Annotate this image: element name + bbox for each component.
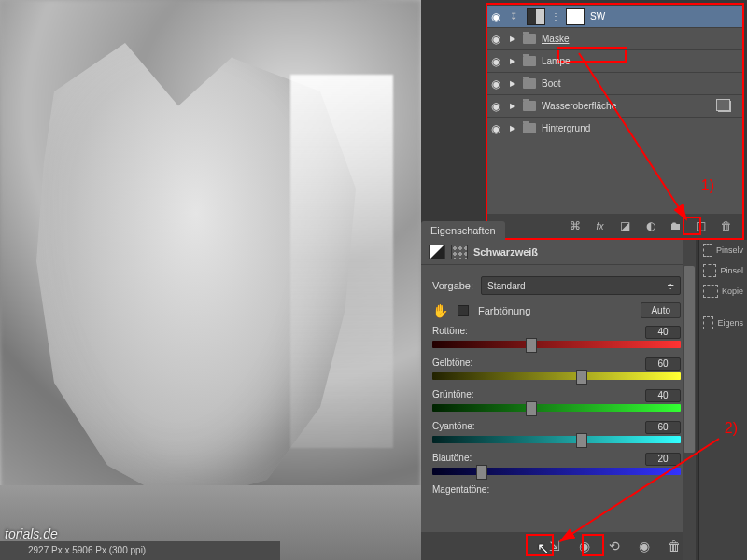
slider-green: Grüntöne: 40 bbox=[432, 389, 681, 412]
layers-footer: ⌘ fx ◪ ◐ 🖿 ◫ 🗑 bbox=[487, 214, 742, 238]
annotation-label: 1) bbox=[701, 177, 714, 194]
disclosure-icon[interactable]: ▶ bbox=[510, 35, 517, 43]
auto-button[interactable]: Auto bbox=[641, 302, 681, 318]
adjustment-thumb[interactable] bbox=[527, 8, 545, 25]
preset-label: Vorgabe: bbox=[432, 280, 473, 291]
slider-label: Grüntöne: bbox=[432, 389, 473, 402]
tint-label: Farbtönung bbox=[478, 305, 530, 316]
folder-icon bbox=[523, 78, 536, 89]
link-layers-icon[interactable]: ⌘ bbox=[568, 219, 582, 233]
mask-indicator-icon bbox=[451, 245, 468, 259]
visibility-icon[interactable]: ◉ bbox=[491, 122, 504, 135]
slider-track[interactable] bbox=[432, 341, 681, 348]
slider-red: Rottöne: 40 bbox=[432, 326, 681, 348]
view-previous-icon[interactable]: ◉ bbox=[576, 538, 593, 554]
watermark: torials.de bbox=[5, 526, 58, 541]
slider-label: Gelbtöne: bbox=[432, 357, 472, 371]
preset-dropdown[interactable]: Standard ≑ bbox=[481, 276, 681, 295]
layer-row-sw[interactable]: ◉ ↧ ⋮ SW bbox=[487, 5, 742, 27]
layer-row-maske[interactable]: ◉ ▶ Maske bbox=[487, 27, 742, 49]
document-canvas[interactable]: torials.de 2927 Px x 5906 Px (300 ppi) bbox=[0, 0, 421, 560]
disclosure-icon[interactable]: ▶ bbox=[510, 102, 517, 110]
clone-source-tab[interactable]: Kopie bbox=[699, 281, 747, 301]
properties-tab[interactable]: Eigenschaften bbox=[421, 221, 505, 240]
properties-header: Schwarzweiß bbox=[421, 240, 692, 265]
layer-name: Boot bbox=[542, 78, 561, 89]
layer-row-hintergrund[interactable]: ◉ ▶ Hintergrund bbox=[487, 117, 742, 139]
new-group-icon[interactable]: 🖿 bbox=[669, 219, 683, 233]
mask-thumb[interactable] bbox=[566, 8, 585, 25]
slider-track[interactable] bbox=[432, 436, 681, 443]
slider-value-input[interactable]: 60 bbox=[645, 421, 681, 434]
properties-panel: Schwarzweiß Vorgabe: Standard ≑ ✋ Farbtö… bbox=[421, 240, 692, 560]
brush-tab[interactable]: Pinsel bbox=[699, 260, 747, 281]
properties-tab-collapsed[interactable]: Eigens bbox=[699, 313, 747, 333]
targeted-adjust-icon[interactable]: ✋ bbox=[432, 303, 448, 318]
bw-adjustment-icon bbox=[429, 245, 445, 259]
add-mask-icon[interactable]: ◪ bbox=[618, 219, 632, 233]
slider-label: Cyantöne: bbox=[432, 421, 475, 434]
folder-icon bbox=[523, 101, 536, 111]
annotation-label: 2) bbox=[725, 420, 738, 437]
scrollbar-thumb[interactable] bbox=[684, 266, 695, 453]
slider-label: Rottöne: bbox=[432, 326, 468, 339]
slider-track[interactable] bbox=[432, 404, 681, 412]
layer-row-wasser[interactable]: ◉ ▶ Wasseroberfläche bbox=[487, 94, 742, 117]
disclosure-icon[interactable]: ▶ bbox=[510, 79, 517, 88]
collapsed-panels: Pinselv Pinsel Kopie Eigens bbox=[698, 240, 747, 560]
toggle-visibility-icon[interactable]: ◉ bbox=[636, 538, 653, 554]
layers-panel: ◉ ↧ ⋮ SW ◉ ▶ Maske ◉ ▶ Lampe ◉ ▶ Boot ◉ … bbox=[486, 3, 744, 240]
adjustment-layer-icon[interactable]: ◐ bbox=[643, 219, 657, 233]
slider-value-input[interactable]: 40 bbox=[645, 389, 681, 402]
disclosure-icon[interactable]: ▶ bbox=[510, 57, 517, 65]
slider-value-input[interactable]: 60 bbox=[645, 357, 681, 371]
tint-row: ✋ Farbtönung Auto bbox=[432, 302, 681, 318]
link-icon: ⋮ bbox=[551, 11, 560, 21]
disclosure-icon[interactable]: ▶ bbox=[510, 124, 517, 133]
visibility-icon[interactable]: ◉ bbox=[491, 33, 504, 46]
brush-presets-icon bbox=[703, 244, 712, 257]
visibility-icon[interactable]: ◉ bbox=[491, 77, 504, 91]
chevron-down-icon: ≑ bbox=[667, 281, 674, 291]
layer-fx-icon[interactable]: fx bbox=[593, 219, 607, 233]
linked-layers-icon[interactable] bbox=[718, 101, 731, 112]
visibility-icon[interactable]: ◉ bbox=[491, 100, 504, 113]
brush-presets-tab[interactable]: Pinselv bbox=[699, 240, 747, 260]
layer-row-lampe[interactable]: ◉ ▶ Lampe bbox=[487, 49, 742, 72]
clip-to-layer-icon[interactable]: ⇲ bbox=[546, 538, 563, 554]
delete-layer-icon[interactable]: 🗑 bbox=[719, 219, 733, 233]
slider-value-input[interactable]: 40 bbox=[645, 326, 681, 339]
reset-icon[interactable]: ⟲ bbox=[606, 538, 623, 554]
layer-name: Maske bbox=[542, 34, 569, 44]
slider-magenta: Magentatöne: bbox=[432, 484, 681, 495]
folder-icon bbox=[523, 34, 536, 44]
visibility-icon[interactable]: ◉ bbox=[491, 10, 504, 23]
slider-track[interactable] bbox=[432, 372, 681, 380]
folder-icon bbox=[523, 56, 536, 66]
properties-icon bbox=[703, 316, 713, 329]
slider-value-input[interactable]: 20 bbox=[645, 453, 681, 466]
new-layer-icon[interactable]: ◫ bbox=[694, 219, 708, 233]
slider-cyan: Cyantöne: 60 bbox=[432, 421, 681, 443]
layer-name: Wasseroberfläche bbox=[542, 101, 616, 111]
visibility-icon[interactable]: ◉ bbox=[491, 55, 504, 68]
brush-icon bbox=[703, 264, 716, 277]
folder-icon bbox=[523, 123, 536, 133]
slider-label: Magentatöne: bbox=[432, 484, 489, 495]
slider-track[interactable] bbox=[432, 468, 681, 475]
layer-name: Hintergrund bbox=[542, 123, 590, 133]
layer-row-boot[interactable]: ◉ ▶ Boot bbox=[487, 72, 742, 94]
properties-footer: ⇲ ◉ ⟲ ◉ 🗑 bbox=[421, 532, 692, 560]
properties-scrollbar[interactable] bbox=[683, 240, 696, 560]
status-bar: 2927 Px x 5906 Px (300 ppi) bbox=[0, 541, 280, 560]
preset-value: Standard bbox=[487, 281, 526, 291]
layer-name: SW bbox=[590, 11, 605, 21]
preset-row: Vorgabe: Standard ≑ bbox=[432, 276, 681, 295]
waterfall bbox=[290, 75, 393, 448]
slider-label: Blautöne: bbox=[432, 453, 472, 466]
layer-name: Lampe bbox=[542, 56, 571, 66]
slider-blue: Blautöne: 20 bbox=[432, 453, 681, 475]
layer-extra-icon: ↧ bbox=[510, 11, 521, 21]
delete-adjustment-icon[interactable]: 🗑 bbox=[666, 538, 683, 554]
tint-checkbox[interactable] bbox=[458, 305, 469, 316]
